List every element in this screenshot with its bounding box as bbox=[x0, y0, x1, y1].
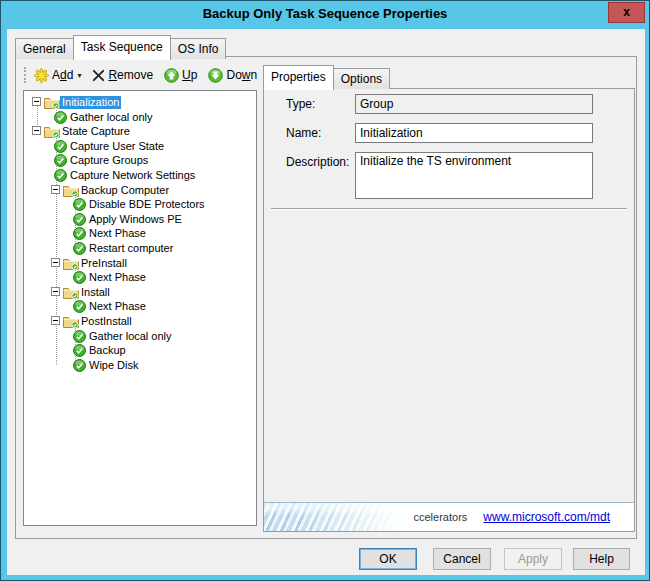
branding-bar: Microsoft Solution Accelerators www.micr… bbox=[264, 502, 634, 531]
tree-item-capture-user-state[interactable]: Capture User State bbox=[24, 139, 256, 154]
tree-item-backup-computer[interactable]: Backup Computer bbox=[24, 183, 256, 198]
tree-item-label[interactable]: Capture Groups bbox=[68, 154, 150, 167]
up-button[interactable]: Up bbox=[162, 67, 199, 84]
mdt-link[interactable]: www.microsoft.com/mdt bbox=[483, 510, 610, 524]
tab-properties[interactable]: Properties bbox=[263, 65, 334, 90]
toolbar-grip[interactable] bbox=[24, 67, 26, 83]
tab-general[interactable]: General bbox=[15, 38, 74, 59]
tree-item-label[interactable]: Backup Computer bbox=[79, 184, 171, 197]
toolbar-button-label: Remove bbox=[108, 68, 153, 82]
cancel-button[interactable]: Cancel bbox=[433, 548, 491, 570]
tree-item-apply-windows-pe[interactable]: Apply Windows PE bbox=[24, 212, 256, 227]
apply-button: Apply bbox=[504, 548, 562, 570]
separator-line bbox=[271, 208, 627, 210]
tree-item-next-phase[interactable]: Next Phase bbox=[24, 299, 256, 314]
tree-item-label[interactable]: Gather local only bbox=[87, 330, 174, 343]
toolbar-button-label: Down bbox=[226, 68, 257, 82]
tree-item-postinstall[interactable]: PostInstall bbox=[24, 314, 256, 329]
down-arrow-icon bbox=[208, 68, 223, 83]
tree-item-preinstall[interactable]: PreInstall bbox=[24, 256, 256, 271]
step-check-icon bbox=[73, 359, 86, 374]
tree-item-label[interactable]: Gather local only bbox=[68, 111, 155, 124]
tree-item-label[interactable]: Wipe Disk bbox=[87, 359, 141, 372]
expander-icon[interactable] bbox=[32, 126, 41, 135]
add-button[interactable]: Add▾ bbox=[32, 67, 83, 84]
tree-item-label[interactable]: Next Phase bbox=[87, 271, 148, 284]
tree-item-label[interactable]: Apply Windows PE bbox=[87, 213, 184, 226]
up-arrow-icon bbox=[164, 68, 179, 83]
tree-item-label[interactable]: PostInstall bbox=[79, 315, 134, 328]
tree-item-label[interactable]: Capture User State bbox=[68, 140, 166, 153]
tree-item-label[interactable]: Next Phase bbox=[87, 227, 148, 240]
tree-item-label[interactable]: Disable BDE Protectors bbox=[87, 198, 207, 211]
tree-item-label[interactable]: Next Phase bbox=[87, 300, 148, 313]
name-label: Name: bbox=[286, 126, 321, 140]
description-label: Description: bbox=[286, 155, 349, 169]
tree-item-label[interactable]: Capture Network Settings bbox=[68, 169, 197, 182]
tree-item-backup[interactable]: Backup bbox=[24, 343, 256, 358]
tree-item-restart-computer[interactable]: Restart computer bbox=[24, 241, 256, 256]
tree-item-label[interactable]: State Capture bbox=[60, 125, 132, 138]
close-button[interactable]: x bbox=[608, 2, 645, 23]
properties-tab-strip: PropertiesOptions bbox=[263, 65, 389, 89]
expander-icon[interactable] bbox=[51, 316, 60, 325]
tab-options[interactable]: Options bbox=[333, 68, 390, 89]
dialog-window: Backup Only Task Sequence Properties x G… bbox=[0, 0, 650, 581]
add-star-icon bbox=[34, 68, 49, 83]
tree-item-label[interactable]: Backup bbox=[87, 344, 128, 357]
tree-item-state-capture[interactable]: State Capture bbox=[24, 124, 256, 139]
help-button[interactable]: Help bbox=[573, 548, 630, 570]
tree-item-capture-groups[interactable]: Capture Groups bbox=[24, 153, 256, 168]
tab-task-sequence[interactable]: Task Sequence bbox=[73, 35, 171, 60]
tree-item-label[interactable]: Restart computer bbox=[87, 242, 175, 255]
tree-item-next-phase[interactable]: Next Phase bbox=[24, 270, 256, 285]
description-field[interactable]: Initialize the TS environment bbox=[355, 152, 593, 199]
tree-item-install[interactable]: Install bbox=[24, 285, 256, 300]
tree-item-label[interactable]: PreInstall bbox=[79, 257, 129, 270]
tree-item-label[interactable]: Initialization bbox=[60, 96, 121, 109]
expander-icon[interactable] bbox=[51, 185, 60, 194]
expander-icon[interactable] bbox=[51, 258, 60, 267]
tree-item-capture-network-settings[interactable]: Capture Network Settings bbox=[24, 168, 256, 183]
add-dropdown-caret[interactable]: ▾ bbox=[77, 71, 81, 80]
remove-button[interactable]: Remove bbox=[90, 67, 155, 83]
title-bar[interactable]: Backup Only Task Sequence Properties x bbox=[1, 1, 649, 29]
expander-icon[interactable] bbox=[51, 287, 60, 296]
down-button[interactable]: Down bbox=[206, 67, 259, 84]
toolbar-button-label: Up bbox=[182, 68, 197, 82]
tree-item-gather-local-only[interactable]: Gather local only bbox=[24, 329, 256, 344]
dialog-client-area: GeneralTask SequenceOS Info Add▾RemoveUp… bbox=[7, 29, 645, 575]
name-field[interactable] bbox=[355, 123, 593, 143]
tab-os-info[interactable]: OS Info bbox=[170, 38, 227, 59]
ok-button[interactable]: OK bbox=[359, 548, 417, 570]
tree-item-initialization[interactable]: Initialization bbox=[24, 95, 256, 110]
tree-item-disable-bde-protectors[interactable]: Disable BDE Protectors bbox=[24, 197, 256, 212]
expander-icon[interactable] bbox=[32, 97, 41, 106]
type-field bbox=[355, 94, 593, 114]
toolbar-button-label: Add bbox=[52, 68, 73, 82]
task-sequence-tab-page: Add▾RemoveUpDown InitializationGather lo… bbox=[15, 56, 637, 539]
remove-x-icon bbox=[92, 69, 105, 82]
tree-item-wipe-disk[interactable]: Wipe Disk bbox=[24, 358, 256, 373]
main-tab-strip: GeneralTask SequenceOS Info bbox=[15, 35, 225, 59]
task-sequence-tree[interactable]: InitializationGather local onlyState Cap… bbox=[23, 90, 257, 526]
dialog-title: Backup Only Task Sequence Properties bbox=[1, 1, 649, 27]
tree-toolbar: Add▾RemoveUpDown bbox=[23, 64, 261, 86]
swoosh-graphic bbox=[264, 503, 414, 531]
properties-tab-page: Type: Name: Description: Initialize the … bbox=[263, 88, 635, 532]
type-label: Type: bbox=[286, 97, 315, 111]
tree-item-next-phase[interactable]: Next Phase bbox=[24, 226, 256, 241]
tree-item-gather-local-only[interactable]: Gather local only bbox=[24, 110, 256, 125]
tree-item-label[interactable]: Install bbox=[79, 286, 112, 299]
